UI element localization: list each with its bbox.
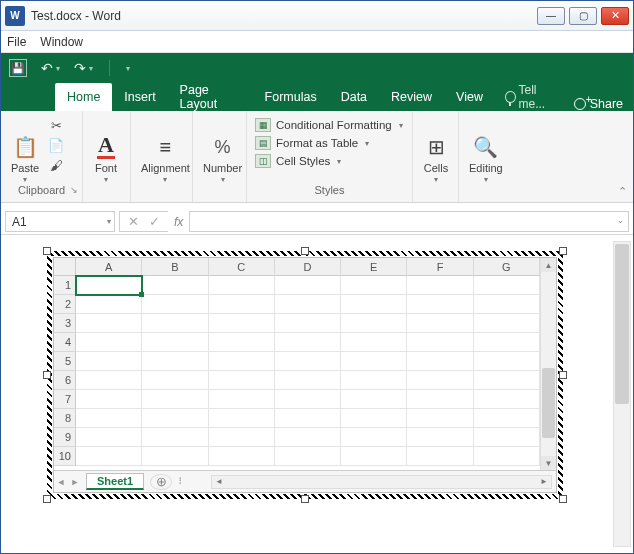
alignment-button[interactable]: ≡ Alignment ▾ xyxy=(139,115,192,184)
cell[interactable] xyxy=(407,409,473,428)
sheet-tab[interactable]: Sheet1 xyxy=(86,473,144,490)
column-header[interactable]: E xyxy=(341,258,407,276)
cell[interactable] xyxy=(142,333,208,352)
maximize-button[interactable]: ▢ xyxy=(569,7,597,25)
column-header[interactable]: D xyxy=(275,258,341,276)
dialog-launcher[interactable]: ↘ xyxy=(70,185,78,195)
tab-data[interactable]: Data xyxy=(329,83,379,111)
copy-button[interactable]: 📄 xyxy=(47,137,65,153)
cell[interactable] xyxy=(142,390,208,409)
enter-formula-button[interactable]: ✓ xyxy=(149,214,160,229)
scrollbar-thumb[interactable] xyxy=(615,244,629,404)
resize-handle[interactable] xyxy=(301,247,309,255)
cell[interactable] xyxy=(209,409,275,428)
row-header[interactable]: 8 xyxy=(54,409,76,428)
tab-insert[interactable]: Insert xyxy=(112,83,167,111)
cell[interactable] xyxy=(76,371,142,390)
cell[interactable] xyxy=(275,371,341,390)
cell[interactable] xyxy=(407,390,473,409)
cell[interactable] xyxy=(209,428,275,447)
share-button[interactable]: Share xyxy=(570,97,633,111)
cell[interactable] xyxy=(341,276,407,295)
number-button[interactable]: % Number ▾ xyxy=(201,115,244,184)
sheet-vertical-scrollbar[interactable]: ▲ ▼ xyxy=(540,258,556,470)
cell[interactable] xyxy=(407,295,473,314)
cell[interactable] xyxy=(142,409,208,428)
cell[interactable] xyxy=(76,390,142,409)
qat-customize-button[interactable]: ▾ xyxy=(126,64,130,73)
cancel-formula-button[interactable]: ✕ xyxy=(128,214,139,229)
column-header[interactable]: A xyxy=(76,258,142,276)
resize-handle[interactable] xyxy=(559,371,567,379)
cell[interactable] xyxy=(209,352,275,371)
cell[interactable] xyxy=(474,390,540,409)
tell-me-search[interactable]: Tell me... xyxy=(495,83,570,111)
cell[interactable] xyxy=(341,371,407,390)
cells-button[interactable]: ⊞ Cells ▾ xyxy=(421,115,451,184)
cell[interactable] xyxy=(142,371,208,390)
row-header[interactable]: 7 xyxy=(54,390,76,409)
cell[interactable] xyxy=(209,390,275,409)
cell[interactable] xyxy=(407,333,473,352)
add-sheet-button[interactable]: ⊕ xyxy=(150,474,172,490)
row-header[interactable]: 2 xyxy=(54,295,76,314)
column-header[interactable]: G xyxy=(474,258,540,276)
tab-review[interactable]: Review xyxy=(379,83,444,111)
font-button[interactable]: A Font ▾ xyxy=(91,115,121,184)
cell[interactable] xyxy=(407,428,473,447)
cell[interactable] xyxy=(407,447,473,466)
resize-handle[interactable] xyxy=(43,371,51,379)
editing-button[interactable]: 🔍 Editing ▾ xyxy=(467,115,505,184)
cell[interactable] xyxy=(76,447,142,466)
cell[interactable] xyxy=(275,314,341,333)
cell[interactable] xyxy=(275,295,341,314)
cell[interactable] xyxy=(341,333,407,352)
resize-handle[interactable] xyxy=(43,495,51,503)
menu-file[interactable]: File xyxy=(7,35,26,49)
cell[interactable] xyxy=(142,428,208,447)
cell[interactable] xyxy=(275,409,341,428)
cell-styles-button[interactable]: ◫ Cell Styles ▾ xyxy=(255,153,403,169)
cell[interactable] xyxy=(142,314,208,333)
cell[interactable] xyxy=(474,447,540,466)
fx-label[interactable]: fx xyxy=(168,209,189,234)
cut-button[interactable]: ✂ xyxy=(47,117,65,133)
column-header[interactable]: B xyxy=(142,258,208,276)
cell[interactable] xyxy=(209,276,275,295)
cell[interactable] xyxy=(142,295,208,314)
embedded-spreadsheet-object[interactable]: ABCDEFG 12345678910 ▲ ▼ ◄ ► Sheet1 ⊕ xyxy=(47,251,563,499)
paste-button[interactable]: 📋 Paste ▾ xyxy=(9,115,41,184)
scrollbar-thumb[interactable] xyxy=(542,368,555,438)
select-all-corner[interactable] xyxy=(54,258,76,276)
sheet-horizontal-scrollbar[interactable]: ◄ ► xyxy=(211,475,552,489)
cell[interactable] xyxy=(474,314,540,333)
cell[interactable] xyxy=(76,409,142,428)
resize-handle[interactable] xyxy=(559,495,567,503)
word-vertical-scrollbar[interactable] xyxy=(613,241,631,547)
resize-handle[interactable] xyxy=(301,495,309,503)
cell[interactable] xyxy=(341,352,407,371)
scroll-up-button[interactable]: ▲ xyxy=(541,258,556,272)
cell[interactable] xyxy=(341,295,407,314)
menu-window[interactable]: Window xyxy=(40,35,83,49)
cell[interactable] xyxy=(275,276,341,295)
tab-view[interactable]: View xyxy=(444,83,495,111)
cell[interactable] xyxy=(142,447,208,466)
cell[interactable] xyxy=(407,314,473,333)
name-box[interactable]: A1 ▾ xyxy=(5,211,115,232)
cell[interactable] xyxy=(275,390,341,409)
cell[interactable] xyxy=(275,428,341,447)
cell[interactable] xyxy=(474,409,540,428)
qat-redo-button[interactable]: ↷▾ xyxy=(74,60,93,76)
row-header[interactable]: 3 xyxy=(54,314,76,333)
cell[interactable] xyxy=(76,295,142,314)
minimize-button[interactable]: — xyxy=(537,7,565,25)
format-as-table-button[interactable]: ▤ Format as Table ▾ xyxy=(255,135,403,151)
format-painter-button[interactable]: 🖌 xyxy=(47,157,65,173)
cell[interactable] xyxy=(474,276,540,295)
cell[interactable] xyxy=(142,276,208,295)
tab-nav-next[interactable]: ► xyxy=(68,477,82,487)
formula-input[interactable]: ⌄ xyxy=(189,211,629,232)
cell[interactable] xyxy=(76,428,142,447)
scroll-right-button[interactable]: ► xyxy=(537,477,551,486)
